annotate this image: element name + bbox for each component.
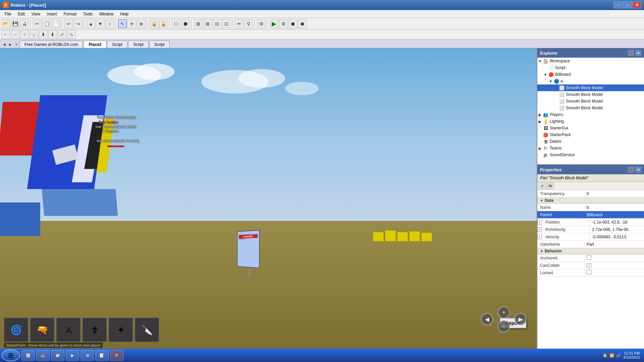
- taskbar-firefox[interactable]: 🦊: [36, 350, 50, 361]
- prop-locked-value[interactable]: [584, 269, 644, 276]
- tab-close[interactable]: ✕: [13, 41, 19, 48]
- maximize-button[interactable]: □: [623, 2, 632, 8]
- tab-script-3[interactable]: Script: [149, 41, 170, 48]
- fill-btn[interactable]: ⚲: [244, 19, 253, 28]
- menu-item-help[interactable]: Help: [117, 11, 132, 17]
- tool3[interactable]: ⊟: [213, 19, 221, 28]
- tree-smooth4[interactable]: ⬜ Smooth Block Model: [537, 105, 644, 111]
- menu-item-format[interactable]: Format: [60, 11, 80, 17]
- play-btn[interactable]: ▶: [270, 19, 278, 28]
- taskbar-files[interactable]: 📁: [51, 350, 64, 361]
- right-btn[interactable]: →: [11, 30, 19, 39]
- prop-cancollide-value[interactable]: [584, 262, 644, 268]
- expand-billboard[interactable]: ▼: [543, 72, 548, 77]
- explorer-body[interactable]: ▼ 🏠 Workspace 📄 Script ▼ 🔴 Billboard ▼ 🔵…: [537, 58, 644, 165]
- collapse-btn2[interactable]: ⤡: [67, 30, 76, 39]
- start-button[interactable]: ⊞: [1, 349, 20, 361]
- tree-teams[interactable]: ▶ 🏳 Teams: [537, 145, 644, 152]
- menu-item-view[interactable]: View: [28, 11, 44, 17]
- copy-btn[interactable]: 📋: [42, 19, 51, 28]
- tree-workspace[interactable]: ▼ 🏠 Workspace: [537, 58, 644, 64]
- paint-btn[interactable]: ✏: [235, 19, 244, 28]
- prop-parent-row[interactable]: Parent Billboard: [537, 211, 644, 219]
- clock[interactable]: 11:31 PM8/16/2010: [624, 351, 640, 359]
- scale-btn[interactable]: ⊕: [137, 19, 146, 28]
- tree-billboard[interactable]: ▼ 🔴 Billboard: [537, 71, 644, 78]
- tab-script-1[interactable]: Script: [107, 41, 127, 48]
- tree-script[interactable]: 📄 Script: [537, 64, 644, 71]
- prop-rotvel-value[interactable]: 2.72e-006, 1.75e-00: [590, 227, 644, 233]
- prop-position-value[interactable]: -1.1e-003, 42.8, -18: [590, 219, 644, 225]
- expand-players[interactable]: ▶: [537, 112, 543, 117]
- close-button[interactable]: ✕: [633, 2, 641, 8]
- prop-name-value[interactable]: b: [584, 204, 644, 210]
- properties-pin-btn[interactable]: 📌: [628, 167, 634, 173]
- group-btn[interactable]: ⬡: [172, 19, 180, 28]
- explorer-pin-btn[interactable]: 📌: [628, 50, 634, 56]
- tab-script-2[interactable]: Script: [128, 41, 149, 48]
- properties-close-btn[interactable]: ✕: [635, 167, 641, 173]
- tree-starterpack[interactable]: 🎒 StarterPack: [537, 131, 644, 138]
- explorer-close-btn[interactable]: ✕: [635, 50, 641, 56]
- cam-left-btn[interactable]: ◀: [481, 313, 493, 325]
- expand-workspace[interactable]: ▼: [537, 58, 543, 64]
- item-slot-5[interactable]: 🔪: [135, 318, 159, 342]
- cancollide-checkbox[interactable]: [587, 263, 591, 268]
- resize-btn[interactable]: ↕: [105, 19, 114, 28]
- pause-btn[interactable]: ⏸: [279, 19, 288, 28]
- taskbar-monitor[interactable]: 🖥: [80, 350, 94, 361]
- rotvel-expand-btn[interactable]: +: [537, 227, 542, 232]
- tree-soundservice[interactable]: 🔊 SoundService: [537, 152, 644, 158]
- cam-right-btn[interactable]: ▶: [515, 313, 527, 325]
- snap-btn[interactable]: ⚙: [257, 19, 266, 28]
- down-btn[interactable]: ↓: [30, 30, 38, 39]
- stop-btn[interactable]: ⏹: [288, 19, 297, 28]
- tree-players[interactable]: ▶ 👥 Players: [537, 111, 644, 118]
- taskbar-roblox[interactable]: R: [110, 350, 123, 361]
- cam-up-btn[interactable]: +: [498, 306, 510, 318]
- lock-btn[interactable]: 🔒: [150, 19, 158, 28]
- prop-parent-value[interactable]: Billboard: [584, 212, 644, 218]
- tree-smooth3[interactable]: ⬜ Smooth Block Model: [537, 98, 644, 105]
- paste-btn[interactable]: 📄: [52, 19, 60, 28]
- tree-a[interactable]: ▼ 🔵 a: [537, 78, 644, 84]
- tray-icon-1[interactable]: 🔔: [603, 353, 607, 358]
- prop-transparency-value[interactable]: 0: [584, 191, 644, 197]
- save-btn[interactable]: 💾: [11, 19, 19, 28]
- move-down-btn[interactable]: ▼: [96, 19, 105, 28]
- anchored-checkbox[interactable]: [587, 255, 591, 260]
- rec-btn[interactable]: ⏺: [298, 19, 307, 28]
- tree-smooth2[interactable]: ⬜ Smooth Block Model: [537, 91, 644, 98]
- item-slot-2[interactable]: ⚔: [56, 318, 80, 342]
- taskbar-media[interactable]: ▶: [66, 350, 79, 361]
- undo-btn[interactable]: ↩: [64, 19, 73, 28]
- expand-btn2[interactable]: ⤢: [58, 30, 66, 39]
- viewport[interactable]: x Tools Insert Fullscreen Help Exit This…: [0, 48, 537, 362]
- locked-checkbox[interactable]: [587, 270, 591, 275]
- menu-item-window[interactable]: Window: [96, 11, 117, 17]
- menu-item-edit[interactable]: Edit: [14, 11, 28, 17]
- tab-free-games[interactable]: Free Games at ROBLOX.com: [19, 41, 83, 48]
- prop-sort-btn[interactable]: ≡: [539, 183, 546, 189]
- pgup-btn[interactable]: ⬆: [39, 30, 48, 39]
- tree-smooth1[interactable]: ⬜ Smooth Block Model: [537, 84, 644, 91]
- select-btn[interactable]: ↖: [118, 19, 127, 28]
- tab-place2[interactable]: Place2: [84, 41, 106, 48]
- tray-icon-3[interactable]: 🔊: [616, 353, 621, 358]
- taskbar-windows[interactable]: 🪟: [21, 350, 35, 361]
- print-btn[interactable]: 🖨: [20, 19, 29, 28]
- tab-next[interactable]: ▶: [7, 41, 13, 48]
- prop-velocity-value[interactable]: -0.000483, -0.0113,: [590, 234, 644, 240]
- tree-debris[interactable]: 🗑 Debris: [537, 138, 644, 145]
- tray-icon-2[interactable]: 📶: [609, 353, 614, 358]
- item-slot-4[interactable]: ✦: [109, 318, 133, 342]
- tool1[interactable]: ⊞: [194, 19, 203, 28]
- menu-item-tools[interactable]: Tools: [80, 11, 96, 17]
- item-slot-1[interactable]: 🔫: [30, 318, 54, 342]
- minimize-button[interactable]: ─: [614, 2, 623, 8]
- up-btn[interactable]: ↑: [20, 30, 29, 39]
- pgdn-btn[interactable]: ⬇: [48, 30, 57, 39]
- expand-a[interactable]: ▼: [548, 78, 553, 84]
- menu-item-insert[interactable]: Insert: [44, 11, 60, 17]
- move-up-btn[interactable]: ▲: [87, 19, 95, 28]
